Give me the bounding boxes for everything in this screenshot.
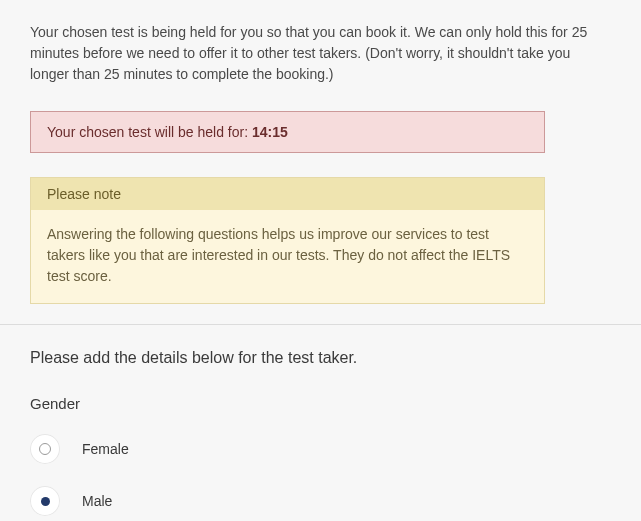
hold-timer-value: 14:15 [252, 124, 288, 140]
form-title: Please add the details below for the tes… [30, 349, 611, 367]
gender-option-male[interactable]: Male [30, 486, 611, 516]
gender-field-label: Gender [30, 395, 611, 412]
info-section: Your chosen test is being held for you s… [0, 0, 641, 324]
form-section: Please add the details below for the tes… [0, 325, 641, 521]
gender-option-female[interactable]: Female [30, 434, 611, 464]
radio-unchecked-icon [39, 443, 51, 455]
note-body: Answering the following questions helps … [31, 210, 544, 303]
radio-button-female[interactable] [30, 434, 60, 464]
gender-option-male-label: Male [82, 493, 112, 509]
radio-checked-icon [41, 497, 50, 506]
intro-text: Your chosen test is being held for you s… [30, 22, 611, 85]
hold-timer-box: Your chosen test will be held for: 14:15 [30, 111, 545, 153]
hold-timer-label: Your chosen test will be held for: [47, 124, 252, 140]
note-header: Please note [31, 178, 544, 210]
booking-page: Your chosen test is being held for you s… [0, 0, 641, 521]
note-box: Please note Answering the following ques… [30, 177, 545, 304]
radio-button-male[interactable] [30, 486, 60, 516]
gender-option-female-label: Female [82, 441, 129, 457]
